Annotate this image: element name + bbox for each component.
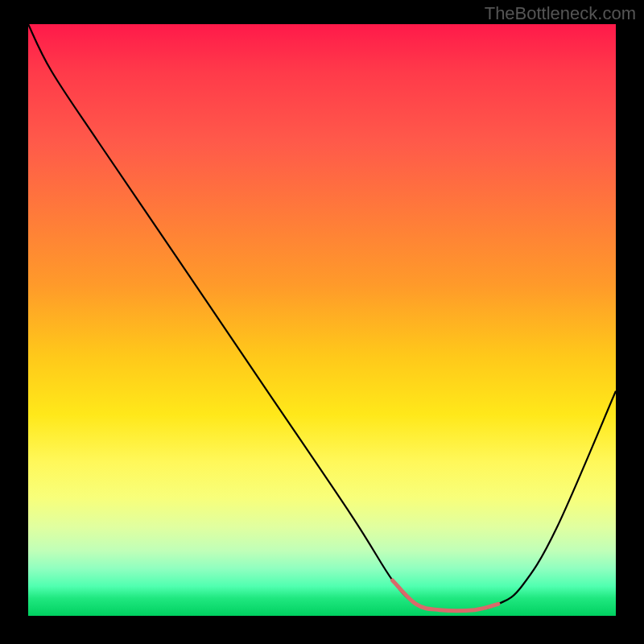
- bottleneck-curve: [28, 24, 616, 611]
- chart-plot-area: [28, 24, 616, 616]
- highlight-segment: [393, 580, 498, 611]
- chart-svg: [28, 24, 616, 616]
- watermark-text: TheBottleneck.com: [485, 3, 636, 24]
